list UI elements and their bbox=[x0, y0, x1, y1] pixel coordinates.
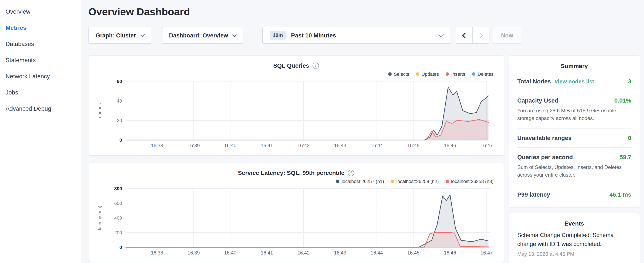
svg-text:16:47: 16:47 bbox=[480, 250, 493, 255]
svg-text:16:44: 16:44 bbox=[370, 250, 383, 255]
summary-label: Capacity Used bbox=[517, 97, 558, 104]
svg-text:16:42: 16:42 bbox=[298, 250, 310, 255]
summary-row-capacity-used: Capacity Used 0.01% You are using 28.6 M… bbox=[517, 91, 631, 129]
svg-text:queries: queries bbox=[97, 103, 102, 118]
main-content: Overview Dashboard Graph: Cluster Dashbo… bbox=[81, 0, 644, 263]
info-icon[interactable]: i bbox=[348, 170, 354, 176]
sidebar-item-advanced-debug[interactable]: Advanced Debug bbox=[0, 100, 81, 117]
legend-dot-icon bbox=[446, 72, 449, 76]
svg-text:0: 0 bbox=[120, 137, 122, 143]
summary-row-total-nodes: Total Nodes View nodes list 3 bbox=[517, 72, 631, 91]
chevron-down-icon bbox=[140, 32, 144, 37]
svg-text:16:45: 16:45 bbox=[407, 143, 420, 148]
legend-dot-icon bbox=[416, 72, 419, 76]
svg-text:20: 20 bbox=[117, 118, 122, 123]
sidebar: Overview Metrics Databases Statements Ne… bbox=[0, 0, 81, 263]
summary-value: 59.7 bbox=[620, 154, 632, 160]
event-text: Schema Change Completed: Schema change w… bbox=[517, 231, 631, 249]
legend-label: Deletes bbox=[478, 72, 494, 77]
summary-row-p99-latency: P99 latency 46.1 ms bbox=[517, 185, 631, 204]
svg-text:0: 0 bbox=[120, 245, 122, 250]
sidebar-item-jobs[interactable]: Jobs bbox=[0, 84, 81, 100]
now-button[interactable]: Now bbox=[493, 27, 521, 44]
chart-canvas: 16:3816:3916:4016:4116:4216:4316:4416:45… bbox=[96, 78, 496, 151]
summary-description: Sum of Selects, Updates, Inserts, and De… bbox=[517, 163, 631, 179]
dashboard-controls: Graph: Cluster Dashboard: Overview 10m P… bbox=[88, 27, 640, 44]
time-prev-button[interactable] bbox=[456, 27, 473, 44]
svg-text:16:40: 16:40 bbox=[224, 250, 236, 255]
app-root: Overview Metrics Databases Statements Ne… bbox=[0, 0, 644, 263]
chart-title: Service Latency: SQL, 99th percentile bbox=[238, 169, 344, 176]
legend-item: localhost:26257 (n1) bbox=[336, 179, 384, 184]
svg-text:latency (ms): latency (ms) bbox=[97, 206, 102, 230]
time-next-button[interactable] bbox=[473, 27, 490, 44]
graph-scope-dropdown[interactable]: Graph: Cluster bbox=[88, 27, 151, 44]
info-icon[interactable]: i bbox=[312, 63, 319, 69]
chart-card-service-latency: Service Latency: SQL, 99th percentilei l… bbox=[88, 163, 504, 262]
chart-legend: localhost:26257 (n1)localhost:26259 (n2)… bbox=[96, 177, 496, 185]
events-title: Events bbox=[517, 220, 631, 227]
legend-dot-icon bbox=[446, 180, 449, 183]
legend-label: localhost:26257 (n1) bbox=[342, 179, 384, 184]
svg-text:400: 400 bbox=[114, 215, 122, 221]
summary-title: Summary bbox=[517, 63, 631, 69]
time-range-badge: 10m bbox=[270, 31, 286, 40]
sidebar-item-metrics[interactable]: Metrics bbox=[0, 20, 81, 36]
legend-label: Inserts bbox=[451, 72, 465, 77]
chart-card-sql-queries: SQL Queriesi SelectsUpdatesInsertsDelete… bbox=[88, 56, 504, 155]
chevron-down-icon bbox=[232, 32, 237, 37]
summary-label: P99 latency bbox=[517, 191, 550, 198]
svg-text:16:40: 16:40 bbox=[224, 143, 236, 148]
chart-title-row: Service Latency: SQL, 99th percentilei bbox=[96, 168, 496, 177]
legend-item: Deletes bbox=[472, 72, 494, 77]
events-panel: Events Schema Change Completed: Schema c… bbox=[509, 213, 640, 263]
summary-label: Queries per second bbox=[517, 154, 573, 160]
svg-text:16:45: 16:45 bbox=[407, 250, 420, 255]
chart-title-row: SQL Queriesi bbox=[96, 61, 496, 70]
svg-text:16:47: 16:47 bbox=[480, 143, 493, 148]
legend-label: localhost:26259 (n2) bbox=[396, 179, 438, 184]
svg-text:16:46: 16:46 bbox=[444, 143, 456, 148]
chart-legend: SelectsUpdatesInsertsDeletes bbox=[96, 70, 496, 78]
content-row: SQL Queriesi SelectsUpdatesInsertsDelete… bbox=[88, 56, 640, 263]
legend-label: localhost:26258 (n3) bbox=[451, 179, 494, 184]
chart-title: SQL Queries bbox=[273, 62, 309, 69]
dashboard-label: Dashboard: Overview bbox=[169, 32, 228, 39]
svg-text:16:41: 16:41 bbox=[261, 250, 273, 255]
chart-canvas: 16:3816:3916:4016:4116:4216:4316:4416:45… bbox=[96, 185, 496, 258]
legend-dot-icon bbox=[336, 180, 340, 183]
summary-description: You are using 28.6 MiB of 515.9 GiB usab… bbox=[517, 107, 631, 122]
sidebar-item-overview[interactable]: Overview bbox=[0, 4, 81, 20]
legend-dot-icon bbox=[391, 180, 394, 183]
dashboard-dropdown[interactable]: Dashboard: Overview bbox=[162, 27, 244, 44]
summary-value: 0.01% bbox=[614, 97, 631, 104]
legend-dot-icon bbox=[388, 72, 392, 76]
svg-text:16:38: 16:38 bbox=[151, 143, 163, 148]
legend-item: localhost:26259 (n2) bbox=[391, 179, 438, 184]
svg-text:16:43: 16:43 bbox=[334, 143, 346, 148]
chevron-right-icon bbox=[478, 33, 483, 38]
view-nodes-list-link[interactable]: View nodes list bbox=[554, 78, 594, 85]
time-range-dropdown[interactable]: 10m Past 10 Minutes bbox=[262, 27, 450, 44]
sidebar-item-databases[interactable]: Databases bbox=[0, 36, 81, 52]
summary-label: Total Nodes bbox=[517, 78, 551, 85]
time-pager bbox=[456, 27, 490, 44]
svg-text:16:38: 16:38 bbox=[151, 250, 163, 255]
summary-value: 0 bbox=[628, 134, 631, 141]
right-column: Summary Total Nodes View nodes list 3 Ca… bbox=[509, 56, 640, 263]
event-item[interactable]: Schema Change Completed: Schema change w… bbox=[517, 231, 631, 257]
summary-row-unavailable-ranges: Unavailable ranges 0 bbox=[517, 129, 631, 148]
svg-text:16:46: 16:46 bbox=[444, 250, 456, 255]
svg-text:16:42: 16:42 bbox=[298, 143, 310, 148]
sidebar-item-network-latency[interactable]: Network Latency bbox=[0, 68, 81, 84]
summary-value: 3 bbox=[628, 78, 631, 85]
page-title: Overview Dashboard bbox=[88, 6, 640, 18]
svg-text:16:39: 16:39 bbox=[188, 143, 200, 148]
svg-text:200: 200 bbox=[114, 230, 122, 235]
charts-column: SQL Queriesi SelectsUpdatesInsertsDelete… bbox=[88, 56, 504, 263]
legend-item: Updates bbox=[416, 72, 439, 77]
legend-item: Selects bbox=[388, 72, 409, 77]
svg-text:16:41: 16:41 bbox=[261, 143, 273, 148]
graph-scope-label: Graph: Cluster bbox=[96, 32, 136, 39]
sidebar-item-statements[interactable]: Statements bbox=[0, 52, 81, 68]
